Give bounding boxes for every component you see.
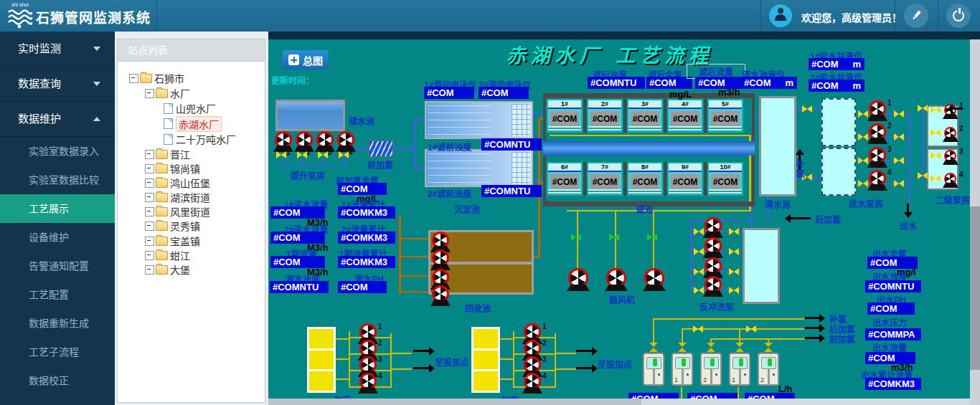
gauge-unit: m [852,59,864,70]
filter-value: #COM [550,111,579,127]
horizontal-scrollbar-thumb[interactable] [268,399,641,405]
valve-icon [930,152,941,159]
gauge-value: #COMm [741,77,797,89]
submenu-device-maintenance[interactable]: 设备维护 [0,223,115,252]
tree-node-label: 风里街道 [170,204,210,219]
gauge-label: 2#滤前浊度 [428,187,471,199]
valve-icon [894,110,904,118]
filter-unit: 5##COM [707,99,743,133]
valve-icon [894,180,904,187]
tree-toggle[interactable] [145,251,154,260]
valve-icon [571,234,581,241]
filter-value: #COM [671,111,699,127]
alum-dosing-tanks [307,327,336,393]
app-title: 石狮管网监测系统 [36,7,151,27]
tree-toggle[interactable] [145,221,154,231]
valve-icon [339,151,349,158]
flow-arrow [576,367,596,369]
gauge-value: #COM [338,281,387,293]
tree-toggle[interactable] [145,150,154,159]
funnel-valve-icon [649,343,658,352]
valve-icon [297,151,307,158]
user-avatar [769,4,792,27]
menu-data-query[interactable]: 数据查询 [0,67,115,102]
pump-number: 2 [959,125,963,133]
file-icon [164,134,173,145]
pump-number: 1 [378,323,382,330]
caret-up-icon [93,113,100,121]
gauge-value-text: #COMKM3 [341,257,387,267]
gauge-value: #COMm [809,80,864,92]
tree-toggle[interactable] [145,265,154,275]
valve-icon [894,157,904,164]
tree-toggle[interactable] [145,178,154,188]
dosing-cell [309,371,334,391]
overview-button-label: 总图 [303,53,323,67]
filter-number: 3# [628,100,661,109]
tree-toggle[interactable] [145,207,154,216]
filter-value: #COM [631,174,659,190]
submenu-process-config[interactable]: 工艺配置 [0,280,115,309]
dosing-cell [309,351,334,370]
gauge-value: #COMKM3 [338,256,395,268]
vertical-scrollbar-thumb[interactable] [970,206,980,370]
label-pre-chlorine-arrow: 前加氯 [829,333,855,345]
pipe-segment [577,211,578,272]
valve-icon [858,133,868,140]
edit-button[interactable] [904,4,928,28]
tree-toggle[interactable] [145,164,154,173]
tree-toggle[interactable] [129,74,138,83]
backwash-pump-icon [705,237,722,254]
flow-arrow [805,337,824,339]
pipe-segment [556,368,576,370]
pipe-segment [556,353,576,354]
pipe-segment [500,358,513,360]
pump-number: 4 [959,171,963,178]
submenu-lab-data-entry[interactable]: 实验室数据录入 [0,137,115,166]
overview-button[interactable]: 总图 [283,50,329,70]
gauge-value-text: #COM [273,232,301,243]
folder-icon [156,221,168,231]
pump-number: 1 [542,323,547,330]
valve-icon [729,268,739,275]
label-to-dosing-point: 至投加点 [598,358,632,370]
label-filter-basin: 滤池 [636,203,653,215]
tree-toggle[interactable] [145,193,154,202]
submenu-process-display[interactable]: 工艺展示 [0,194,115,223]
pump-number: 4 [887,168,892,176]
blower-icon [606,268,626,288]
filter-value: #COM [590,111,619,127]
submenu-data-correction[interactable]: 数据校正 [0,366,115,395]
dosing-cell [473,351,498,370]
submenu-alarm-notify-config[interactable]: 告警通知配置 [0,252,115,280]
pipe-segment [692,219,752,221]
tree-node-label: 大堡 [170,262,190,277]
device-led [715,373,717,376]
logout-button[interactable] [946,4,971,28]
label-outflow: 出水 [900,219,917,232]
gauge-unit: m [785,77,797,88]
flow-arrow [948,108,963,110]
device-screen [761,357,776,369]
welcome-text: 欢迎您，高级管理员！ [801,10,902,24]
pipe-segment [281,159,283,165]
meter-unit: L/h [778,383,793,394]
pipe-segment [323,159,324,165]
label-lift-pump-house: 提升泵房 [291,169,325,181]
lift-pump-icon [316,131,334,148]
label-blower: 鼓风机 [609,293,635,305]
label-supplement-chlorine: 补氯 [793,159,806,179]
submenu-process-subflow[interactable]: 工艺子流程 [0,338,115,366]
tree-toggle[interactable] [145,89,154,98]
tree-toggle[interactable] [145,237,154,246]
pipe-segment [654,318,804,320]
gauge-value-text: #COM [427,87,454,98]
submenu-data-regenerate[interactable]: 数据重新生成 [0,309,115,338]
filter-unit: 9##COM [667,162,703,196]
menu-data-maintenance[interactable]: 数据维护 [0,102,115,137]
submenu-lab-data-compare[interactable]: 实验室数据比较 [0,166,115,194]
menu-realtime-monitor[interactable]: 实时监测 [0,32,115,67]
folder-icon [140,74,152,83]
clear-water-tank [759,96,796,196]
gauge-value: #COMNTU [865,280,921,292]
